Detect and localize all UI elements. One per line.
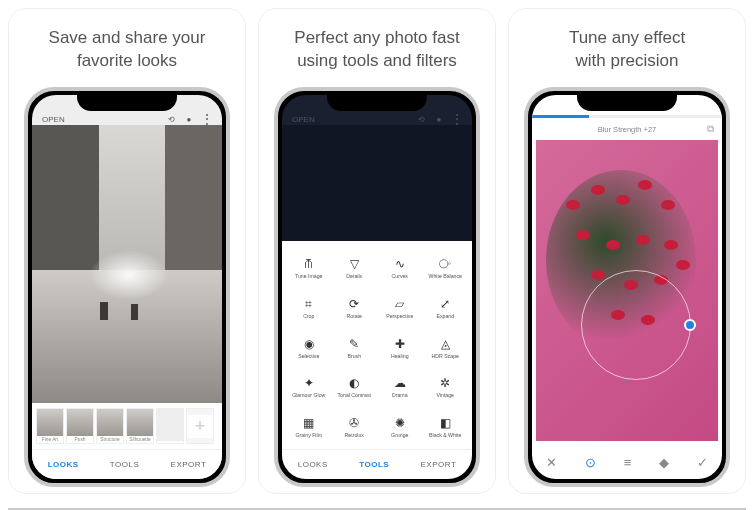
cancel-button[interactable]: ✕ [546, 455, 557, 470]
caption-line: Tune any effect [569, 28, 685, 47]
tool-label: White Balance [429, 274, 462, 280]
curves-icon: ∿ [393, 257, 407, 271]
tool-healing[interactable]: ✚Healing [377, 328, 423, 368]
look-thumb-hidden[interactable] [156, 408, 184, 444]
phone-notch [327, 91, 427, 111]
style-button[interactable]: ◆ [659, 455, 669, 470]
rotate-icon: ⟳ [347, 297, 361, 311]
tool-label: Drama [392, 393, 408, 399]
tool-label: Details [346, 274, 362, 280]
info-icon[interactable]: ● [434, 114, 444, 124]
brush-icon: ✎ [347, 337, 361, 351]
bottom-tabs: LOOKS TOOLS EXPORT [282, 449, 472, 479]
focus-mode-button[interactable]: ⊙ [585, 455, 596, 470]
glamour-glow-icon: ✦ [302, 376, 316, 390]
tool-label: Rotate [347, 314, 362, 320]
tool-label: Glamour Glow [292, 393, 325, 399]
tool-brush[interactable]: ✎Brush [332, 328, 378, 368]
focus-handle[interactable] [684, 319, 696, 331]
adjust-button[interactable]: ≡ [624, 455, 632, 470]
tool-label: HDR Scape [432, 354, 459, 360]
tool-grainy-film[interactable]: ▦Grainy Film [286, 407, 332, 447]
main-photo[interactable] [32, 125, 222, 403]
drama-icon: ☁ [393, 376, 407, 390]
phone-frame: OPEN ⟲ ● ⋮ ⫚Tune Image▽Details∿Curves⧂Wh… [274, 87, 480, 487]
tool-crop[interactable]: ⌗Crop [286, 289, 332, 329]
plus-icon: + [187, 415, 213, 438]
tool-retrolux[interactable]: ✇Retrolux [332, 407, 378, 447]
screenshot-gallery: Save and share your favorite looks OPEN … [0, 0, 754, 502]
tool-details[interactable]: ▽Details [332, 249, 378, 289]
tool-vintage[interactable]: ✲Vintage [423, 368, 469, 408]
apply-button[interactable]: ✓ [697, 455, 708, 470]
open-button[interactable]: OPEN [42, 115, 65, 124]
look-thumb-push[interactable]: Push [66, 408, 94, 444]
tool-label: Grainy Film [295, 433, 322, 439]
slide-caption: Save and share your favorite looks [49, 27, 206, 73]
tune-image-icon: ⫚ [302, 257, 316, 271]
tool-hdr-scape[interactable]: ◬HDR Scape [423, 328, 469, 368]
tab-export[interactable]: EXPORT [421, 460, 457, 469]
app-screen-effect: Blur Strength +27 ⧉ [532, 95, 722, 479]
tool-label: Perspective [386, 314, 413, 320]
black-white-icon: ◧ [438, 416, 452, 430]
tab-tools[interactable]: TOOLS [110, 460, 139, 469]
tool-curves[interactable]: ∿Curves [377, 249, 423, 289]
tonal-contrast-icon: ◐ [347, 376, 361, 390]
details-icon: ▽ [347, 257, 361, 271]
tool-label: Tune Image [295, 274, 323, 280]
crop-icon: ⌗ [302, 297, 316, 311]
more-icon[interactable]: ⋮ [202, 114, 212, 124]
slide-1: Save and share your favorite looks OPEN … [8, 8, 246, 494]
app-screen-tools: OPEN ⟲ ● ⋮ ⫚Tune Image▽Details∿Curves⧂Wh… [282, 95, 472, 479]
caption-line: using tools and filters [297, 51, 457, 70]
more-icon[interactable]: ⋮ [452, 114, 462, 124]
selective-icon: ◉ [302, 337, 316, 351]
grunge-icon: ✺ [393, 416, 407, 430]
look-thumb-structure[interactable]: Structure [96, 408, 124, 444]
tool-perspective[interactable]: ▱Perspective [377, 289, 423, 329]
tool-black-white[interactable]: ◧Black & White [423, 407, 469, 447]
tool-rotate[interactable]: ⟳Rotate [332, 289, 378, 329]
caption-line: Save and share your [49, 28, 206, 47]
tool-label: Tonal Contrast [338, 393, 371, 399]
tool-selective[interactable]: ◉Selective [286, 328, 332, 368]
add-look-button[interactable]: + [186, 408, 214, 444]
perspective-icon: ▱ [393, 297, 407, 311]
slide-2: Perfect any photo fast using tools and f… [258, 8, 496, 494]
tool-drama[interactable]: ☁Drama [377, 368, 423, 408]
tool-label: Curves [392, 274, 408, 280]
tools-panel: ⫚Tune Image▽Details∿Curves⧂White Balance… [282, 241, 472, 449]
phone-notch [77, 91, 177, 111]
tab-looks[interactable]: LOOKS [298, 460, 328, 469]
slide-caption: Perfect any photo fast using tools and f… [294, 27, 459, 73]
look-thumb-fine-art[interactable]: Fine Art [36, 408, 64, 444]
compare-icon[interactable]: ⧉ [707, 123, 714, 135]
undo-icon[interactable]: ⟲ [166, 114, 176, 124]
effect-readout-label: Blur Strength +27 [598, 125, 657, 134]
app-screen-looks: OPEN ⟲ ● ⋮ Fine Art Push Structure Silho… [32, 95, 222, 479]
tool-tune-image[interactable]: ⫚Tune Image [286, 249, 332, 289]
undo-icon[interactable]: ⟲ [416, 114, 426, 124]
tool-expand[interactable]: ⤢Expand [423, 289, 469, 329]
main-photo[interactable] [536, 140, 718, 441]
looks-strip[interactable]: Fine Art Push Structure Silhouette + [32, 403, 222, 449]
tab-tools[interactable]: TOOLS [359, 460, 389, 469]
tab-export[interactable]: EXPORT [171, 460, 207, 469]
phone-frame: OPEN ⟲ ● ⋮ Fine Art Push Structure Silho… [24, 87, 230, 487]
hdr-scape-icon: ◬ [438, 337, 452, 351]
grainy-film-icon: ▦ [302, 416, 316, 430]
effect-bottom-bar: ✕ ⊙ ≡ ◆ ✓ [532, 445, 722, 479]
slide-3: Tune any effect with precision Blur Stre… [508, 8, 746, 494]
info-icon[interactable]: ● [184, 114, 194, 124]
tool-white-balance[interactable]: ⧂White Balance [423, 249, 469, 289]
look-thumb-silhouette[interactable]: Silhouette [126, 408, 154, 444]
tool-grunge[interactable]: ✺Grunge [377, 407, 423, 447]
focus-ring[interactable] [581, 270, 691, 380]
tool-tonal-contrast[interactable]: ◐Tonal Contrast [332, 368, 378, 408]
tool-glamour-glow[interactable]: ✦Glamour Glow [286, 368, 332, 408]
white-balance-icon: ⧂ [438, 257, 452, 271]
open-button[interactable]: OPEN [292, 115, 315, 124]
caption-line: Perfect any photo fast [294, 28, 459, 47]
tab-looks[interactable]: LOOKS [48, 460, 79, 469]
